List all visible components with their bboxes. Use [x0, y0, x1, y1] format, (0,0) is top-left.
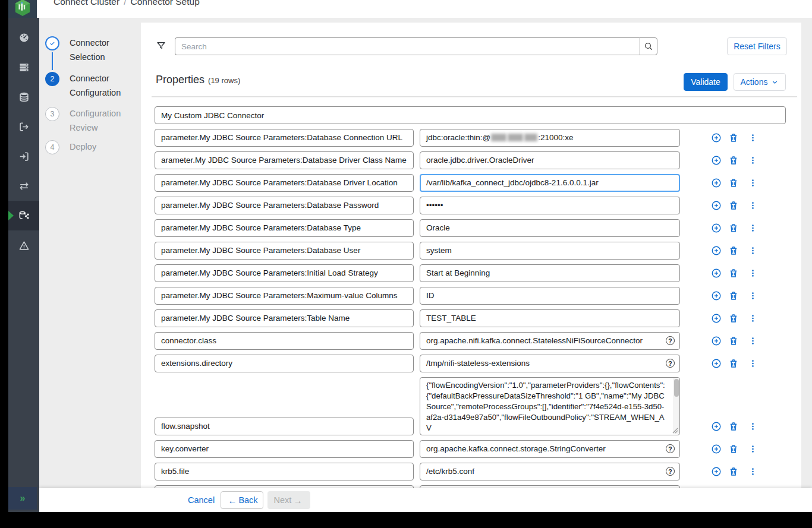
row-menu-button[interactable]: [748, 421, 757, 432]
add-property-button[interactable]: [711, 245, 722, 256]
delete-property-button[interactable]: [728, 466, 739, 477]
sidebar-item-database[interactable]: [8, 82, 39, 112]
add-property-button[interactable]: [711, 336, 722, 346]
property-key-field[interactable]: extensions.directory: [155, 355, 414, 372]
property-key-field[interactable]: connector.class: [155, 332, 414, 350]
add-property-button[interactable]: [711, 313, 722, 324]
delete-property-button[interactable]: [728, 268, 739, 279]
add-property-button[interactable]: [711, 421, 722, 432]
textarea-scrollbar-thumb[interactable]: [674, 379, 679, 397]
property-value-field[interactable]: /var/lib/kafka_connect_jdbc/ojdbc8-21.6.…: [420, 174, 680, 192]
row-menu-button[interactable]: [748, 466, 757, 477]
property-value-field[interactable]: ID: [420, 287, 680, 305]
property-key-field[interactable]: parameter.My JDBC Source Parameters:Data…: [155, 129, 414, 147]
sidebar-item-swap-arrows[interactable]: [8, 171, 39, 201]
flow-snapshot-textarea[interactable]: {"flowEncodingVersion":"1.0","parameterP…: [420, 377, 680, 435]
row-menu-button[interactable]: [748, 444, 757, 454]
add-property-button[interactable]: [711, 290, 722, 301]
add-property-button[interactable]: [711, 178, 722, 188]
row-menu-button[interactable]: [748, 358, 757, 369]
property-key-field[interactable]: parameter.My JDBC Source Parameters:Data…: [155, 242, 414, 260]
property-key-field[interactable]: parameter.My JDBC Source Parameters:Tabl…: [155, 309, 414, 327]
property-value-field[interactable]: TEST_TABLE: [420, 309, 680, 327]
property-key-field[interactable]: parameter.My JDBC Source Parameters:Init…: [155, 264, 414, 282]
row-menu-button[interactable]: [748, 178, 757, 188]
back-button[interactable]: ←Back: [221, 491, 263, 509]
add-property-button[interactable]: [711, 358, 722, 369]
property-key-field[interactable]: key.converter: [155, 440, 414, 458]
sidebar-item-dashboard[interactable]: [8, 23, 39, 52]
sidebar-item-sign-out[interactable]: [8, 112, 39, 141]
row-menu-button[interactable]: [748, 336, 757, 346]
property-key-field[interactable]: arameter.My JDBC Source Parameters:Datab…: [155, 151, 414, 169]
property-value-field[interactable]: jdbc:oracle:thin:@:21000:xe: [420, 129, 680, 147]
help-question-icon[interactable]: ?: [666, 467, 675, 476]
delete-property-button[interactable]: [728, 290, 739, 301]
delete-property-button[interactable]: [728, 358, 739, 369]
property-value-field[interactable]: system: [420, 242, 680, 260]
help-question-icon[interactable]: ?: [666, 444, 675, 453]
property-value-field[interactable]: /etc/krb5.conf?: [420, 463, 680, 480]
delete-property-button[interactable]: [728, 245, 739, 256]
property-key-field[interactable]: parameter.My JDBC Source Parameters:Data…: [155, 197, 414, 214]
next-button-disabled[interactable]: Next→: [267, 491, 310, 509]
sidebar-item-clusters[interactable]: [8, 52, 39, 82]
row-menu-button[interactable]: [748, 268, 757, 279]
add-property-button[interactable]: [711, 466, 722, 477]
row-menu-button[interactable]: [748, 200, 757, 211]
property-key-field[interactable]: krb5.file: [155, 463, 414, 480]
property-value-field[interactable]: Oracle: [420, 219, 680, 237]
step-3-indicator[interactable]: 3: [45, 107, 59, 121]
breadcrumb-connect-cluster[interactable]: Connect Cluster: [53, 0, 119, 7]
sidebar-item-sign-in[interactable]: [8, 141, 39, 171]
row-menu-button[interactable]: [748, 245, 757, 256]
validate-button[interactable]: Validate: [684, 73, 728, 91]
delete-property-button[interactable]: [728, 336, 739, 346]
add-property-button[interactable]: [711, 200, 722, 211]
search-input[interactable]: [175, 37, 640, 55]
delete-property-button[interactable]: [728, 132, 739, 143]
delete-property-button[interactable]: [728, 313, 739, 324]
step-1-indicator[interactable]: [45, 36, 59, 50]
sidebar-item-alerts[interactable]: [8, 230, 39, 260]
row-menu-button[interactable]: [748, 313, 757, 324]
property-key-field[interactable]: parameter.My JDBC Source Parameters:Maxi…: [155, 287, 414, 305]
property-key-field[interactable]: parameter.My JDBC Source Parameters:Data…: [155, 174, 414, 192]
add-property-button[interactable]: [711, 223, 722, 233]
property-key-field[interactable]: flow.snapshot: [155, 418, 414, 435]
row-menu-button[interactable]: [748, 155, 757, 166]
delete-property-button[interactable]: [728, 155, 739, 166]
filter-funnel-icon[interactable]: [156, 40, 166, 51]
step-4-indicator[interactable]: 4: [45, 140, 59, 154]
add-property-button[interactable]: [711, 155, 722, 166]
property-value-field[interactable]: oracle.jdbc.driver.OracleDriver: [420, 151, 680, 169]
search-button[interactable]: [640, 37, 657, 55]
cancel-button[interactable]: Cancel: [181, 492, 222, 508]
row-menu-button[interactable]: [748, 223, 757, 233]
connector-name-input[interactable]: [155, 106, 786, 124]
add-property-button[interactable]: [711, 268, 722, 279]
add-property-button[interactable]: [711, 132, 722, 143]
property-value-field[interactable]: org.apache.nifi.kafka.connect.StatelessN…: [420, 332, 680, 350]
row-menu-button[interactable]: [748, 132, 757, 143]
delete-property-button[interactable]: [728, 444, 739, 454]
property-value-field[interactable]: ••••••: [420, 197, 680, 214]
delete-property-button[interactable]: [728, 178, 739, 188]
sidebar-item-connector[interactable]: [8, 201, 39, 230]
actions-dropdown-button[interactable]: Actions: [734, 73, 786, 91]
row-menu-button[interactable]: [748, 290, 757, 301]
delete-property-button[interactable]: [728, 421, 739, 432]
help-question-icon[interactable]: ?: [666, 359, 675, 368]
step-2-indicator[interactable]: 2: [45, 72, 59, 86]
app-logo[interactable]: [8, 0, 37, 18]
resize-handle-icon[interactable]: [672, 428, 678, 434]
property-key-field[interactable]: parameter.My JDBC Source Parameters:Data…: [155, 219, 414, 237]
property-value-field[interactable]: /tmp/nifi-stateless-extensions?: [420, 355, 680, 372]
property-value-field[interactable]: org.apache.kafka.connect.storage.StringC…: [420, 440, 680, 458]
help-question-icon[interactable]: ?: [666, 336, 675, 345]
sidebar-expand-button[interactable]: »: [8, 487, 37, 510]
delete-property-button[interactable]: [728, 223, 739, 233]
reset-filters-button[interactable]: Reset Filters: [727, 37, 787, 55]
add-property-button[interactable]: [711, 444, 722, 454]
delete-property-button[interactable]: [728, 200, 739, 211]
